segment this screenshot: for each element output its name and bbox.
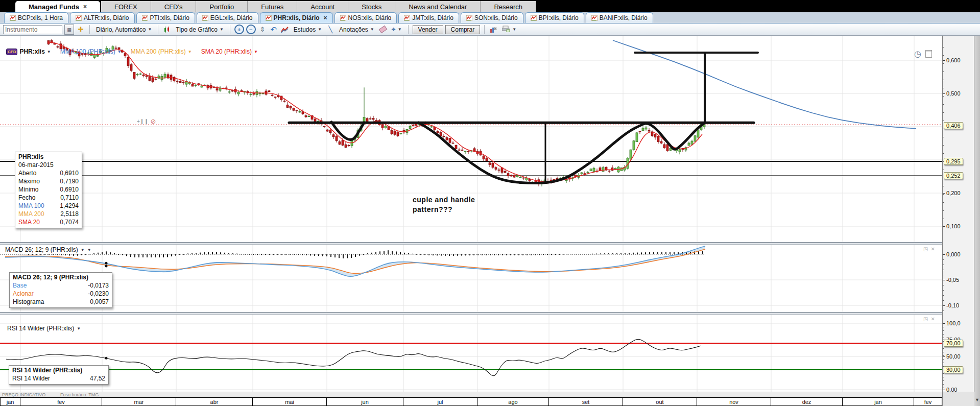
toolbar-divider [230,25,230,34]
chevron-down-icon[interactable]: ▼ [47,50,51,54]
session-clock-icon[interactable]: ◷ [914,50,921,58]
axis-label: -0,10 [946,302,959,308]
rsi-popout-icon[interactable]: ◳ [923,316,928,322]
instrument-list-button[interactable]: ▦ [64,25,74,35]
menu-item-forex[interactable]: FOREX [101,1,151,12]
add-annotation-icon[interactable]: ✚ [76,25,85,34]
chevron-down-icon: ▼ [512,27,516,32]
axis-tick [943,311,944,311]
tooltip-title: MACD 26; 12; 9 (PHR:xlis) [13,274,109,281]
print-dropdown[interactable]: ▼ [500,25,518,34]
right-scroll-strip[interactable] [974,36,980,406]
axis-tick [943,104,944,105]
period-dropdown[interactable]: Diário, Automático ▼ [94,26,154,34]
annotations-dropdown[interactable]: Anotações ▼ [337,26,376,34]
eraser-icon[interactable] [378,25,388,34]
chart-tab-banif-xlis-di-rio[interactable]: BANIF:xlis, Diário [586,12,653,23]
price-axis-gutter[interactable]: 0,6000,5000,2000,1000,4060,2950,2520,000… [942,36,974,392]
undo-icon[interactable]: ↶ [269,25,278,34]
chart-tab-nos-xlis-di-rio[interactable]: NOS:xlis, Diário [334,12,397,23]
reset-scale-icon[interactable]: ⇕ [258,25,267,34]
axis-tick [943,121,944,121]
chart-tab-bpi-xlis-di-rio[interactable]: BPI:xlis, Diário [525,12,584,23]
close-tab-icon[interactable]: × [324,14,327,21]
menu-item-research[interactable]: Research [481,1,536,12]
chevron-down-icon[interactable]: ▼ [188,50,192,54]
macd-close-icon[interactable]: ✕ [930,246,935,252]
menu-item-account[interactable]: Account [297,1,348,12]
scroll-down-icon[interactable]: ▼ [974,396,980,403]
rsi-panel-label[interactable]: RSI 14 Wilder (PHR:xlis) ▼ [7,325,81,332]
chart-tab-altr-xlis-di-rio[interactable]: ALTR:xlis, Diário [70,12,134,23]
axis-tick [943,170,944,170]
axis-tick [943,363,944,363]
menu-item-managed-funds[interactable]: Managed Funds× [15,1,100,12]
menu-item-news-and-calendar[interactable]: News and Calendar [395,1,481,12]
chart-tab-phr-xlis-di-rio[interactable]: PHR:xlis, Diário× [260,12,333,23]
time-axis[interactable]: janfevmarabrmaijunjulagosetoutnovdezjanf… [0,397,942,406]
price-callout: 0,252 [944,172,963,179]
axis-tick [943,330,944,331]
zoom-in-icon[interactable]: + [234,25,244,34]
trendline-tool-icon[interactable]: ╲ [326,25,335,34]
menu-item-futures[interactable]: Futures [248,1,297,12]
macd-panel-label[interactable]: MACD 26; 12; 9 (PHR:xlis) ▼ ▼ [5,246,91,253]
rsi-chart-canvas[interactable] [0,315,942,392]
axis-tick [943,359,944,360]
chevron-down-icon[interactable]: ▼ [254,50,258,54]
chevron-down-icon[interactable]: ▼ [77,326,81,331]
chart-type-dropdown[interactable]: Tipo de Gráfico ▼ [174,26,226,34]
menu-item-stocks[interactable]: Stocks [348,1,395,12]
compare-icon[interactable] [280,25,290,34]
legend-sma20[interactable]: SMA 20 (PHR:xlis) [201,48,252,55]
chart-tab-jmt-xlis-di-rio[interactable]: JMT:xlis, Diário [398,12,459,23]
axis-tick [943,388,944,388]
pattern-annotation-text[interactable]: cuple and handle pattern??? [413,195,475,214]
detach-panel-icon[interactable] [925,50,932,58]
axis-tick [943,334,944,335]
sell-button[interactable]: Vender [413,25,443,34]
tooltip-title: RSI 14 Wilder (PHR:xlis) [12,367,105,374]
mini-chart-icon [531,15,537,21]
macd-tooltip-row: Acionar-0,0230 [13,290,109,298]
axis-label: 0,000 [946,251,961,257]
crosshair-dropdown[interactable]: ⌖ ▼ [390,25,404,34]
month-cell: nov [697,398,771,405]
chart-tab-egl-xlis-di-rio[interactable]: EGL:xlis, Diário [197,12,258,23]
close-icon[interactable]: × [83,3,87,10]
axis-tick [943,71,944,72]
axis-tick [943,384,944,385]
chart-tab-son-xlis-di-rio[interactable]: SON:xlis, Diário [461,12,523,23]
studies-dropdown[interactable]: Estudos ▼ [292,26,324,34]
month-cell: fev [914,398,942,405]
menu-item-cfd-s[interactable]: CFD's [151,1,197,12]
legend-mma100[interactable]: MMA 100 (PHR:xlis) [60,48,115,55]
chart-tab-bcp-xlis-1-hora[interactable]: BCP:xlis, 1 Hora [4,12,68,23]
mini-chart-icon [404,15,410,21]
axis-tick [943,275,944,275]
menu-item-portfolio[interactable]: Portfolio [196,1,248,12]
macd-popout-icon[interactable]: ◳ [923,246,928,252]
legend-instrument[interactable]: PHR:xlis [19,48,44,55]
chevron-down-icon[interactable]: ▼ [87,248,91,252]
chevron-down-icon[interactable]: ▼ [117,50,122,54]
axis-tick [943,47,944,47]
axis-tick [943,60,945,61]
zoom-out-icon[interactable]: − [246,25,256,34]
price-tooltip-row: Máximo0,7190 [18,177,79,185]
macd-chart-canvas[interactable] [0,245,942,312]
chart-settings-icon[interactable] [489,25,498,34]
month-cell: set [549,398,623,405]
axis-label: 0,100 [946,223,961,229]
annotation-handles[interactable]: +❙❙⊘ [137,117,156,125]
legend-mma200[interactable]: MMA 200 (PHR:xlis) [131,48,186,55]
chevron-down-icon[interactable]: ▼ [81,248,85,252]
rsi-tooltip: RSI 14 Wilder (PHR:xlis) RSI 14 Wilder47… [9,365,109,385]
rsi-close-icon[interactable]: ✕ [930,316,935,322]
chevron-down-icon: ▼ [148,27,152,32]
tooltip-date: 06-mar-2015 [18,161,54,169]
instrument-search-input[interactable] [3,25,62,34]
chart-tab-pti-xlis-di-rio[interactable]: PTI:xlis, Diário [136,12,195,23]
axis-tick [943,373,944,374]
buy-button[interactable]: Comprar [445,25,481,34]
